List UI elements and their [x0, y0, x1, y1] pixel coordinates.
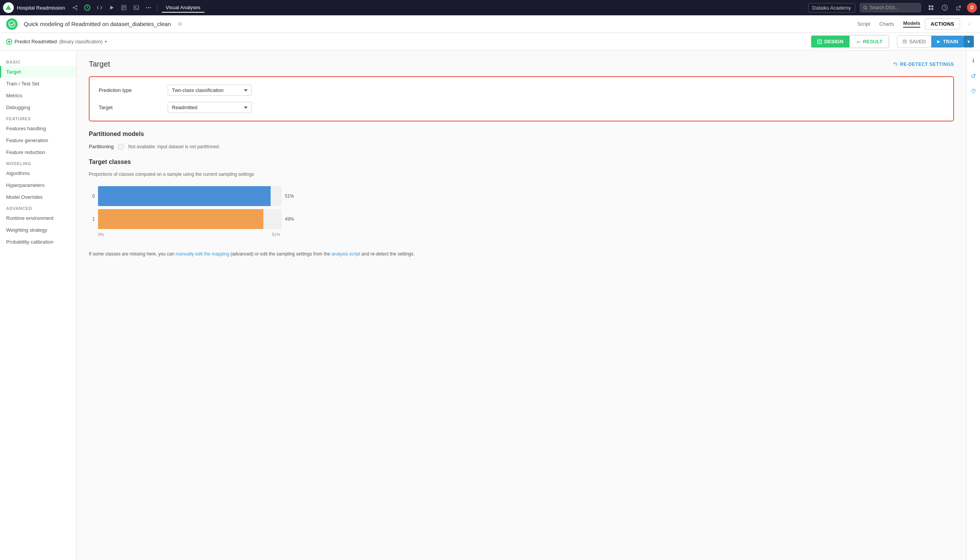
sidebar-item-metrics[interactable]: Metrics — [0, 90, 76, 102]
modeling-section-label: MODELING — [0, 158, 76, 167]
axis-end: 51% — [272, 232, 280, 237]
bar-1-pct: 49% — [285, 217, 297, 222]
search-bar[interactable]: Search DSS... — [860, 3, 921, 12]
predict-label: Predict Readmitted — [15, 39, 57, 45]
bar-0-pct: 51% — [285, 193, 297, 199]
design-button[interactable]: DESIGN — [811, 36, 849, 47]
settings-icon[interactable]: ⚙ — [178, 21, 182, 27]
right-panel: ℹ ↺ ⏱ — [966, 50, 980, 560]
page-header: Target RE-DETECT SETTINGS — [89, 60, 954, 68]
actions-button[interactable]: ACTIONS — [925, 18, 960, 30]
code-icon[interactable] — [94, 2, 105, 13]
svg-line-3 — [74, 7, 76, 8]
svg-marker-31 — [937, 40, 940, 43]
prediction-type-row: Prediction type Two-class classification — [99, 85, 944, 96]
prediction-type-label: Prediction type — [99, 87, 168, 93]
bar-row-0: 0 51% — [89, 186, 954, 206]
sidebar-item-feature-reduction[interactable]: Feature reduction — [0, 146, 76, 158]
predict-dropdown-arrow[interactable]: ▾ — [105, 40, 107, 44]
project-name[interactable]: Dataiku Academy — [808, 3, 855, 13]
app-logo — [3, 2, 14, 13]
sidebar-item-algorithms[interactable]: Algorithms — [0, 167, 76, 179]
prediction-type-select[interactable]: Two-class classification — [168, 85, 252, 96]
bottom-note: If some classes are missing here, you ca… — [89, 250, 954, 258]
top-navigation: Hospital Readmission Visual Analyses Dat… — [0, 0, 980, 15]
script-link[interactable]: Script — [857, 21, 870, 27]
train-dropdown-button[interactable]: ▾ — [963, 36, 974, 47]
target-row: Target Readmitted — [99, 102, 944, 113]
axis-start: 0% — [98, 232, 104, 237]
sidebar: BASIC Target Train / Test Set Metrics De… — [0, 50, 76, 560]
saved-button[interactable]: SAVED — [897, 35, 931, 48]
target-classes-section: Target classes Proportions of classes co… — [89, 158, 954, 258]
sync-icon[interactable]: ↺ — [968, 70, 979, 81]
bar-axis: 0% 51% — [89, 232, 280, 237]
target-label: Target — [99, 105, 168, 110]
class-distribution-chart: 0 51% 1 49% 0% 51% — [89, 183, 954, 246]
terminal-icon[interactable] — [131, 2, 142, 13]
partitioned-title: Partitioned models — [89, 131, 954, 138]
svg-line-4 — [74, 8, 76, 9]
binary-tag: (Binary classification) — [59, 39, 103, 45]
target-config-box: Prediction type Two-class classification… — [89, 76, 954, 122]
sidebar-item-feature-generation[interactable]: Feature generation — [0, 135, 76, 146]
mapping-link[interactable]: manually edit the mapping — [176, 251, 229, 257]
status-circle — [6, 39, 12, 45]
sidebar-item-probability-calibration[interactable]: Probability calibration — [0, 236, 76, 248]
top-right-icons: ? D — [926, 2, 977, 13]
note-mid: (advanced) or edit the sampling settings… — [229, 251, 332, 257]
help-icon[interactable]: ? — [939, 2, 950, 13]
bar-0-label: 0 — [89, 193, 95, 199]
partitioning-label: Partitioning — [89, 143, 114, 149]
main-layout: BASIC Target Train / Test Set Metrics De… — [0, 50, 980, 560]
note-prefix: If some classes are missing here, you ca… — [89, 251, 176, 257]
sidebar-item-model-overrides[interactable]: Model Overrides — [0, 191, 76, 203]
sidebar-item-runtime[interactable]: Runtime environment — [0, 212, 76, 224]
doc-icon[interactable] — [119, 2, 130, 13]
play-icon[interactable] — [106, 2, 117, 13]
svg-point-25 — [9, 21, 15, 27]
models-link[interactable]: Models — [903, 20, 920, 28]
external-link-icon[interactable] — [953, 2, 964, 13]
more-icon[interactable] — [143, 2, 154, 13]
sidebar-item-target[interactable]: Target — [0, 66, 76, 78]
bar-0-track — [98, 186, 282, 206]
analysis-title: Quick modeling of Readmitted on dataset_… — [24, 21, 171, 27]
bar-1-fill — [98, 209, 263, 229]
result-button[interactable]: RESULT — [849, 35, 889, 48]
svg-point-0 — [76, 6, 77, 7]
re-detect-button[interactable]: RE-DETECT SETTINGS — [893, 62, 954, 67]
sidebar-item-features-handling[interactable]: Features handling — [0, 123, 76, 135]
sidebar-item-debugging[interactable]: Debugging — [0, 102, 76, 113]
clock-icon[interactable]: ⏱ — [968, 86, 979, 97]
bar-1-track — [98, 209, 282, 229]
svg-point-14 — [148, 7, 149, 8]
basic-section-label: BASIC — [0, 57, 76, 66]
sub-nav-links: Script Charts Models — [857, 20, 920, 28]
partitioning-checkbox[interactable] — [118, 144, 124, 149]
advanced-section-label: ADVANCED — [0, 203, 76, 212]
svg-rect-20 — [929, 8, 931, 10]
bar-0-fill — [98, 186, 271, 206]
train-button[interactable]: TRAIN — [931, 36, 963, 47]
grid-icon[interactable] — [926, 2, 936, 13]
sidebar-item-train-test[interactable]: Train / Test Set — [0, 78, 76, 90]
sidebar-item-weighting[interactable]: Weighting strategy — [0, 224, 76, 236]
target-classes-title: Target classes — [89, 158, 954, 165]
svg-rect-18 — [929, 5, 931, 7]
collapse-icon[interactable]: ‹ — [965, 20, 974, 29]
charts-link[interactable]: Charts — [879, 21, 894, 27]
sidebar-item-hyperparameters[interactable]: Hyperparameters — [0, 179, 76, 191]
visual-analyses-tab[interactable]: Visual Analyses — [162, 3, 204, 13]
refresh-icon[interactable] — [82, 2, 93, 13]
partitioning-row: Partitioning Not available: input datase… — [89, 143, 954, 149]
target-select[interactable]: Readmitted — [168, 102, 252, 113]
page-title: Target — [89, 60, 110, 68]
share-icon[interactable] — [70, 2, 80, 13]
info-icon[interactable]: ℹ — [968, 55, 979, 66]
svg-point-15 — [149, 7, 151, 8]
svg-line-24 — [958, 6, 960, 8]
analysis-script-link[interactable]: analysis script — [332, 251, 360, 257]
user-avatar[interactable]: D — [967, 3, 977, 13]
bar-row-1: 1 49% — [89, 209, 954, 229]
